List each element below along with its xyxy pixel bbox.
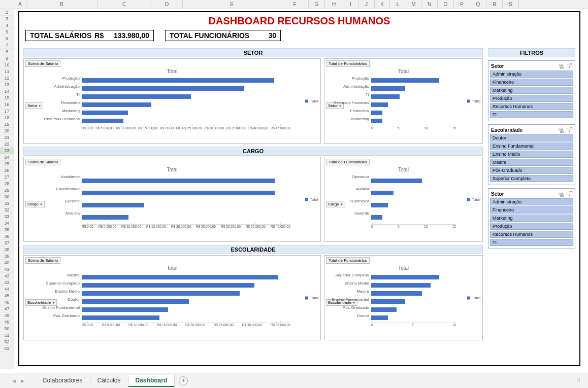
row-header-43[interactable]: 43 <box>0 279 14 286</box>
row-header-8[interactable]: 8 <box>0 49 14 55</box>
tab-next-icon[interactable]: ► <box>19 378 26 384</box>
row-header-53[interactable]: 53 <box>0 345 14 352</box>
slicer-item[interactable]: Ensino Fundamental <box>490 143 573 150</box>
row-header-38[interactable]: 38 <box>0 246 14 253</box>
pivot-field-tag[interactable]: Soma de Salario <box>25 257 60 264</box>
row-header-41[interactable]: 41 <box>0 266 14 273</box>
slicer-item[interactable]: Recursos Humanos <box>490 103 573 110</box>
row-header-3[interactable]: 3 <box>0 16 14 22</box>
slicer-setor-2[interactable]: SetorAdministraçãoFinanceiroMarketingPro… <box>488 188 575 249</box>
row-header-18[interactable]: 18 <box>0 115 14 121</box>
multiselect-icon[interactable] <box>558 191 564 197</box>
row-header-24[interactable]: 24 <box>0 154 14 161</box>
column-header-F[interactable]: F <box>281 0 309 9</box>
row-header-52[interactable]: 52 <box>0 339 14 345</box>
sheet-tab-colaboradores[interactable]: Colaboradores <box>36 375 90 387</box>
row-header-10[interactable]: 10 <box>0 62 14 68</box>
column-header-G[interactable]: G <box>309 0 325 9</box>
row-header-36[interactable]: 36 <box>0 233 14 240</box>
column-header-K[interactable]: K <box>375 0 390 9</box>
slicer-item[interactable]: Produção <box>490 95 573 102</box>
row-header-16[interactable]: 16 <box>0 101 14 108</box>
column-header-O[interactable]: O <box>438 0 454 9</box>
column-header-J[interactable]: J <box>358 0 375 9</box>
slicer-escolaridade-1[interactable]: EscolaridadeDoutorEnsino FundamentalEnsi… <box>488 124 575 185</box>
row-header-23[interactable]: 23 <box>0 148 14 154</box>
slicer-item[interactable]: Pós-Graduado <box>490 167 573 174</box>
column-header-R[interactable]: R <box>486 0 503 9</box>
row-header-40[interactable]: 40 <box>0 260 14 266</box>
column-header-C[interactable]: C <box>97 0 151 9</box>
row-header-6[interactable]: 6 <box>0 36 14 42</box>
pivot-field-tag[interactable]: Total de Funcionários <box>326 159 370 165</box>
row-header-44[interactable]: 44 <box>0 286 14 293</box>
slicer-item[interactable]: Superior Completo <box>490 175 573 182</box>
tab-options-icon[interactable]: ⠿ <box>577 378 581 383</box>
column-header-B[interactable]: B <box>26 0 97 9</box>
row-header-27[interactable]: 27 <box>0 174 14 181</box>
column-header-A[interactable]: A <box>14 0 26 9</box>
axis-filter-dropdown[interactable]: Cargo▼ <box>326 201 345 207</box>
axis-filter-dropdown[interactable]: Cargo▼ <box>25 201 45 207</box>
chart-esc_salario[interactable]: Soma de SalarioEscolaridade▼TotalMestreS… <box>23 255 321 340</box>
row-header-30[interactable]: 30 <box>0 194 14 200</box>
column-header-L[interactable]: L <box>390 0 406 9</box>
multiselect-icon[interactable] <box>558 63 564 69</box>
slicer-item[interactable]: Administração <box>490 70 573 78</box>
column-header-S[interactable]: S <box>503 0 519 9</box>
slicer-item[interactable]: Marketing <box>490 215 573 222</box>
row-header-37[interactable]: 37 <box>0 240 14 246</box>
row-header-29[interactable]: 29 <box>0 187 14 194</box>
row-header-32[interactable]: 32 <box>0 207 14 214</box>
chart-cargo_salario[interactable]: Soma de SalarioCargo▼TotalAssistenteCoor… <box>23 157 321 242</box>
slicer-item[interactable]: TI <box>490 111 573 118</box>
tab-prev-icon[interactable]: ◄ <box>10 378 18 384</box>
slicer-item[interactable]: TI <box>490 239 573 246</box>
row-header-14[interactable]: 14 <box>0 88 14 95</box>
sheet-tab-cálculos[interactable]: Cálculos <box>90 375 128 387</box>
column-header-Q[interactable]: Q <box>470 0 486 9</box>
row-header-25[interactable]: 25 <box>0 161 14 167</box>
clear-filter-icon[interactable] <box>566 191 572 197</box>
column-header-I[interactable]: I <box>343 0 358 9</box>
chart-cargo_func[interactable]: Total de FuncionáriosCargo▼TotalOperador… <box>324 157 483 242</box>
row-header-12[interactable]: 12 <box>0 75 14 82</box>
row-header-34[interactable]: 34 <box>0 220 14 227</box>
row-header-17[interactable]: 17 <box>0 108 14 115</box>
row-header-45[interactable]: 45 <box>0 293 14 299</box>
slicer-item[interactable]: Ensino Médio <box>490 151 573 158</box>
slicer-item[interactable]: Marketing <box>490 87 573 94</box>
slicer-setor-0[interactable]: SetorAdministraçãoFinanceiroMarketingPro… <box>488 60 575 121</box>
row-header-33[interactable]: 33 <box>0 214 14 220</box>
axis-filter-dropdown[interactable]: Setor▼ <box>25 102 43 109</box>
row-header-28[interactable]: 28 <box>0 181 14 187</box>
column-header-H[interactable]: H <box>325 0 343 9</box>
row-header-50[interactable]: 50 <box>0 326 14 332</box>
row-header-46[interactable]: 46 <box>0 299 14 306</box>
row-header-22[interactable]: 22 <box>0 141 14 148</box>
chart-setor_salario[interactable]: Soma de SalarioSetor▼TotalProduçãoAdmini… <box>23 58 321 144</box>
row-header-9[interactable]: 9 <box>0 55 14 62</box>
row-header-21[interactable]: 21 <box>0 134 14 141</box>
row-header-4[interactable]: 4 <box>0 22 14 29</box>
column-header-E[interactable]: E <box>183 0 281 9</box>
clear-filter-icon[interactable] <box>566 63 572 69</box>
chart-esc_func[interactable]: Total de FuncionáriosEscolaridade▼TotalS… <box>324 255 483 340</box>
sheet-tab-dashboard[interactable]: Dashboard <box>128 375 175 387</box>
slicer-item[interactable]: Financeiro <box>490 79 573 86</box>
chart-setor_func[interactable]: Total de FuncionáriosSetor▼TotalProdução… <box>324 58 483 144</box>
slicer-item[interactable]: Doutor <box>490 134 573 142</box>
row-header-11[interactable]: 11 <box>0 68 14 75</box>
row-header-31[interactable]: 31 <box>0 200 14 207</box>
pivot-field-tag[interactable]: Soma de Salario <box>25 159 60 165</box>
slicer-item[interactable]: Recursos Humanos <box>490 231 573 238</box>
slicer-item[interactable]: Mestre <box>490 159 573 166</box>
worksheet[interactable]: DASHBOARD RECURSOS HUMANOS TOTAL SALÁRIO… <box>14 9 588 369</box>
row-header-51[interactable]: 51 <box>0 332 14 339</box>
pivot-field-tag[interactable]: Total de Funcionários <box>326 257 370 264</box>
row-header-26[interactable]: 26 <box>0 167 14 174</box>
pivot-field-tag[interactable]: Soma de Salario <box>25 60 60 67</box>
row-header-39[interactable]: 39 <box>0 253 14 260</box>
slicer-item[interactable]: Financeiro <box>490 206 573 214</box>
row-header-2[interactable]: 2 <box>0 9 14 16</box>
